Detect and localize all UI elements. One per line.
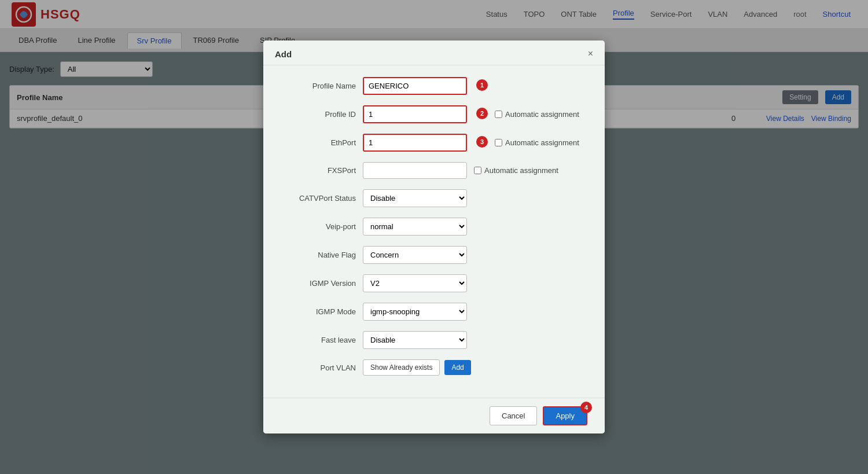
fastleave-select[interactable]: Disable Enable	[363, 331, 467, 349]
fxsport-input-group: Automatic assignment	[363, 162, 558, 179]
step-3-badge: 3	[476, 136, 488, 148]
veipport-row: Veip-port normal advance	[281, 218, 587, 236]
step-4-badge: 4	[580, 402, 592, 413]
apply-button[interactable]: Apply 4	[543, 406, 587, 425]
ethport-label: EthPort	[281, 138, 356, 147]
fxsport-label: FXSPort	[281, 166, 356, 175]
profile-id-row: Profile ID 2 Automatic assignment	[281, 105, 587, 123]
ethport-input[interactable]	[363, 134, 467, 152]
profile-id-auto-label[interactable]: Automatic assignment	[495, 110, 579, 119]
modal-overlay: Add × Profile Name 1 Profile ID 2	[0, 0, 868, 474]
fxsport-row: FXSPort Automatic assignment	[281, 162, 587, 179]
fxsport-auto-label[interactable]: Automatic assignment	[474, 166, 558, 175]
igmpversion-row: IGMP Version V1 V2 V3	[281, 274, 587, 292]
modal-footer: Cancel Apply 4	[263, 398, 605, 433]
profile-name-input-group: 1	[363, 77, 488, 95]
veipport-select[interactable]: normal advance	[363, 218, 467, 236]
profile-id-input-group: 2 Automatic assignment	[363, 105, 579, 123]
modal-header: Add ×	[263, 41, 605, 65]
profile-id-input[interactable]	[363, 105, 467, 123]
igmpversion-select[interactable]: V1 V2 V3	[363, 274, 467, 292]
portvlan-label: Port VLAN	[281, 363, 356, 372]
step-1-badge: 1	[476, 79, 488, 91]
profile-name-label: Profile Name	[281, 82, 356, 90]
portvlan-group: Show Already exists Add	[363, 359, 471, 376]
ethport-row: EthPort 3 Automatic assignment	[281, 134, 587, 152]
modal-title: Add	[275, 49, 292, 59]
nativeflag-row: Native Flag Concern Ignore	[281, 246, 587, 264]
ethport-input-group: 3 Automatic assignment	[363, 134, 579, 152]
portvlan-row: Port VLAN Show Already exists Add	[281, 359, 587, 376]
igmpversion-label: IGMP Version	[281, 279, 356, 288]
profile-id-auto-checkbox[interactable]	[495, 111, 502, 118]
fastleave-row: Fast leave Disable Enable	[281, 331, 587, 349]
cancel-button[interactable]: Cancel	[490, 406, 537, 425]
modal-close-button[interactable]: ×	[588, 49, 593, 59]
profile-id-label: Profile ID	[281, 110, 356, 119]
show-already-exists-button[interactable]: Show Already exists	[363, 359, 440, 376]
vlan-add-button[interactable]: Add	[444, 360, 470, 375]
fxsport-auto-checkbox[interactable]	[474, 167, 481, 174]
ethport-auto-label[interactable]: Automatic assignment	[495, 138, 579, 147]
veipport-label: Veip-port	[281, 222, 356, 231]
profile-name-row: Profile Name 1	[281, 77, 587, 95]
igmpmode-row: IGMP Mode igmp-snooping igmp-proxy	[281, 303, 587, 321]
fastleave-label: Fast leave	[281, 336, 356, 344]
fxsport-input[interactable]	[363, 162, 467, 179]
catvport-select[interactable]: Disable Enable	[363, 189, 467, 207]
profile-name-input[interactable]	[363, 77, 467, 95]
nativeflag-label: Native Flag	[281, 251, 356, 259]
add-modal: Add × Profile Name 1 Profile ID 2	[263, 41, 605, 433]
step-2-badge: 2	[476, 108, 488, 119]
igmpmode-select[interactable]: igmp-snooping igmp-proxy	[363, 303, 467, 321]
catvport-label: CATVPort Status	[281, 194, 356, 203]
modal-body: Profile Name 1 Profile ID 2 Automatic as…	[263, 65, 605, 398]
ethport-auto-checkbox[interactable]	[495, 139, 502, 146]
catvport-row: CATVPort Status Disable Enable	[281, 189, 587, 207]
nativeflag-select[interactable]: Concern Ignore	[363, 246, 467, 264]
igmpmode-label: IGMP Mode	[281, 307, 356, 316]
